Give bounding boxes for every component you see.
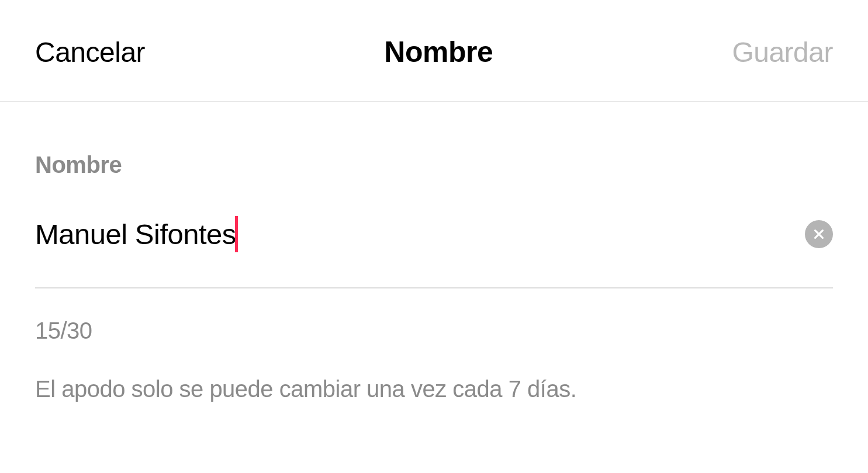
hint-text: El apodo solo se puede cambiar una vez c… [35,376,833,402]
character-count: 15/30 [35,318,833,344]
text-caret [235,216,238,252]
close-icon [812,228,825,241]
cancel-button[interactable]: Cancelar [35,36,145,68]
content-area: Nombre Manuel Sifontes 15/30 El apodo so… [0,102,868,402]
input-wrapper: Manuel Sifontes [35,216,805,252]
save-button[interactable]: Guardar [732,36,833,68]
header: Cancelar Nombre Guardar [0,0,868,102]
name-input[interactable]: Manuel Sifontes [35,218,236,251]
clear-button[interactable] [805,220,833,248]
field-label: Nombre [35,152,833,178]
input-row: Manuel Sifontes [35,216,833,288]
page-title: Nombre [384,35,493,69]
